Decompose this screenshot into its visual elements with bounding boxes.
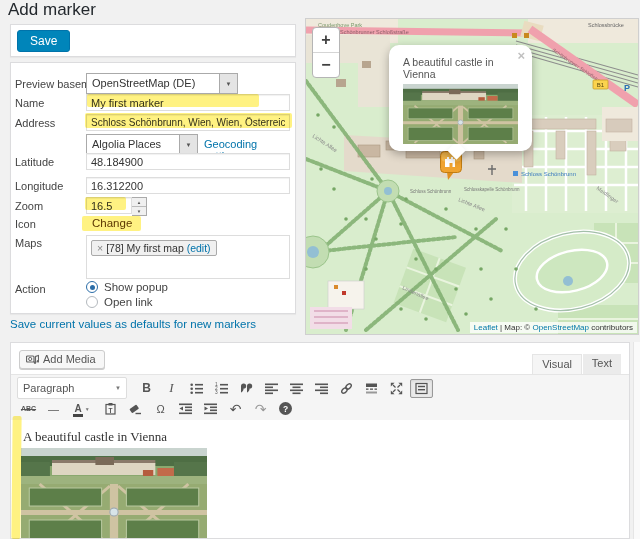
attribution-text: | Map: © bbox=[498, 323, 533, 332]
longitude-input[interactable] bbox=[86, 177, 290, 194]
read-more-icon bbox=[365, 382, 378, 395]
map-tag-text: [78] My first map bbox=[106, 242, 184, 254]
leaflet-link[interactable]: Leaflet bbox=[474, 323, 498, 332]
horizontal-rule-button[interactable]: — bbox=[42, 399, 65, 418]
radio-selected-icon[interactable] bbox=[86, 281, 98, 293]
italic-icon: I bbox=[169, 380, 173, 396]
zoom-stepper[interactable]: ▲▼ bbox=[132, 197, 147, 216]
bullet-list-button[interactable] bbox=[185, 379, 208, 398]
toolbar-toggle-button[interactable] bbox=[410, 379, 433, 398]
action-show-popup-label: Show popup bbox=[104, 281, 168, 293]
map-label: Schönbrunner Schloßstraße bbox=[340, 29, 409, 35]
align-left-button[interactable] bbox=[260, 379, 283, 398]
action-open-link-option[interactable]: Open link bbox=[86, 296, 153, 308]
popup-close-icon[interactable]: × bbox=[517, 49, 525, 62]
save-button[interactable]: Save bbox=[17, 30, 70, 52]
map-preview[interactable]: Schönbrunner Schloßstraße Schönbrunner S… bbox=[305, 18, 639, 335]
strikethrough-icon: ABC bbox=[21, 405, 36, 412]
svg-text:3: 3 bbox=[215, 390, 218, 395]
insert-link-button[interactable] bbox=[335, 379, 358, 398]
italic-button[interactable]: I bbox=[160, 379, 183, 398]
map-popup: × A beautiful castle in Vienna bbox=[389, 45, 532, 151]
fullscreen-icon bbox=[390, 382, 403, 395]
blockquote-icon bbox=[240, 382, 253, 395]
marker-form-panel: Preview basemap OpenStreetMap (DE) ▼ Nam… bbox=[10, 62, 296, 314]
address-input[interactable] bbox=[86, 114, 290, 131]
link-icon bbox=[340, 382, 353, 395]
paste-as-text-button[interactable]: T bbox=[99, 399, 122, 418]
geocoder-select[interactable]: Algolia Places ▼ bbox=[86, 134, 198, 155]
content-castle-photo[interactable] bbox=[21, 448, 207, 539]
strikethrough-button[interactable]: ABC bbox=[17, 399, 40, 418]
read-more-button[interactable] bbox=[360, 379, 383, 398]
align-right-icon bbox=[315, 382, 328, 395]
latitude-label: Latitude bbox=[15, 156, 54, 168]
route-badge: B1 bbox=[597, 82, 605, 88]
latitude-input[interactable] bbox=[86, 153, 290, 170]
align-center-icon bbox=[290, 382, 303, 395]
map-zoom-out-button[interactable]: − bbox=[313, 53, 339, 77]
text-color-button[interactable]: A ▼ bbox=[67, 399, 97, 418]
maps-label: Maps bbox=[15, 237, 42, 249]
align-right-button[interactable] bbox=[310, 379, 333, 398]
remove-tag-icon[interactable]: × bbox=[97, 242, 103, 254]
bullet-list-icon bbox=[190, 382, 203, 395]
basemap-select[interactable]: OpenStreetMap (DE) ▼ bbox=[86, 73, 238, 94]
address-label: Address bbox=[15, 117, 55, 129]
svg-text:T: T bbox=[108, 407, 112, 414]
basemap-value: OpenStreetMap (DE) bbox=[87, 74, 237, 89]
zoom-label: Zoom bbox=[15, 200, 43, 212]
paragraph-format-select[interactable]: Paragraph ▼ bbox=[17, 377, 127, 399]
attribution-suffix: contributors bbox=[589, 323, 633, 332]
right-panel-edge bbox=[633, 342, 640, 539]
action-show-popup-option[interactable]: Show popup bbox=[86, 281, 168, 293]
icon-change-button[interactable]: Change bbox=[86, 216, 138, 230]
undo-button[interactable]: ↶ bbox=[224, 399, 247, 418]
numbered-list-icon: 1 2 3 bbox=[215, 382, 228, 395]
save-defaults-link[interactable]: Save current values as defaults for new … bbox=[10, 318, 256, 330]
add-media-label: Add Media bbox=[43, 353, 96, 365]
bold-button[interactable]: B bbox=[135, 379, 158, 398]
map-zoom-control: + − bbox=[312, 27, 340, 78]
name-input[interactable] bbox=[86, 94, 290, 111]
numbered-list-button[interactable]: 1 2 3 bbox=[210, 379, 233, 398]
align-left-icon bbox=[265, 382, 278, 395]
map-tag: ×[78] My first map (edit) bbox=[91, 240, 217, 256]
toolbar-toggle-icon bbox=[415, 382, 428, 395]
paragraph-format-value: Paragraph bbox=[23, 382, 74, 394]
clear-formatting-button[interactable] bbox=[124, 399, 147, 418]
map-label: Schloss Schönbrunn bbox=[410, 189, 452, 194]
map-zoom-in-button[interactable]: + bbox=[313, 28, 339, 53]
tab-visual[interactable]: Visual bbox=[532, 354, 582, 374]
add-media-button[interactable]: Add Media bbox=[19, 350, 105, 369]
redo-icon: ↷ bbox=[255, 401, 267, 417]
action-label: Action bbox=[15, 283, 46, 295]
editor-content-area[interactable]: A beautiful castle in Vienna bbox=[11, 420, 629, 538]
popup-castle-photo bbox=[403, 84, 518, 144]
increase-indent-button[interactable] bbox=[199, 399, 222, 418]
zoom-input[interactable] bbox=[86, 197, 132, 214]
chevron-down-icon: ▼ bbox=[219, 74, 237, 93]
align-center-button[interactable] bbox=[285, 379, 308, 398]
help-button[interactable]: ? bbox=[274, 399, 297, 418]
special-character-button[interactable]: Ω bbox=[149, 399, 172, 418]
omega-icon: Ω bbox=[156, 403, 164, 415]
media-icon bbox=[26, 353, 39, 365]
maps-multiselect[interactable]: ×[78] My first map (edit) bbox=[86, 235, 290, 279]
longitude-label: Longitude bbox=[15, 180, 63, 192]
tab-text[interactable]: Text bbox=[583, 354, 621, 374]
popup-content-editor: Add Media Visual Text Paragraph ▼ B I bbox=[10, 342, 630, 539]
clipboard-icon: T bbox=[104, 402, 117, 415]
fullscreen-button[interactable] bbox=[385, 379, 408, 398]
map-tag-edit-link[interactable]: (edit) bbox=[187, 242, 211, 254]
redo-button[interactable]: ↷ bbox=[249, 399, 272, 418]
blockquote-button[interactable] bbox=[235, 379, 258, 398]
parking-icon: P bbox=[624, 83, 630, 93]
popup-title: A beautiful castle in Vienna bbox=[403, 56, 520, 80]
bold-icon: B bbox=[142, 381, 151, 395]
chevron-down-icon: ▼ bbox=[179, 135, 197, 154]
radio-unselected-icon[interactable] bbox=[86, 296, 98, 308]
decrease-indent-button[interactable] bbox=[174, 399, 197, 418]
osm-link[interactable]: OpenStreetMap bbox=[532, 323, 588, 332]
map-label: Schlossbrücke bbox=[588, 22, 624, 28]
